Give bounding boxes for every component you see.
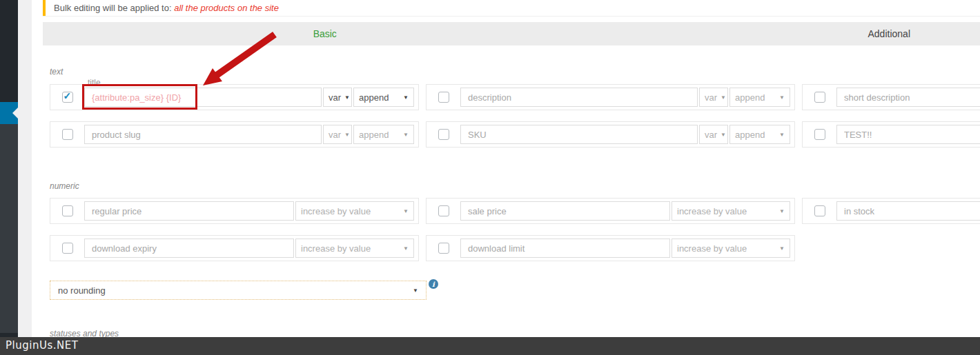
page: Bulk editing will be applied to: all the… bbox=[0, 0, 980, 355]
section-label-numeric: numeric bbox=[50, 181, 980, 191]
field-sku: var ▼ append ▼ bbox=[426, 121, 795, 148]
field-sale-price: increase by value ▼ bbox=[426, 198, 795, 224]
chevron-down-icon: ▼ bbox=[779, 132, 785, 138]
field-row: increase by value ▼ bbox=[50, 235, 419, 261]
field-download-limit: increase by value ▼ bbox=[426, 235, 795, 261]
chevron-down-icon: ▼ bbox=[721, 132, 726, 138]
chevron-down-icon: ▼ bbox=[779, 208, 785, 214]
field-row: var ▼ append ▼ bbox=[426, 84, 795, 110]
rounding-select[interactable]: no rounding ▼ bbox=[50, 281, 427, 300]
text-row-group-2: var ▼ append ▼ bbox=[50, 121, 980, 148]
regular-price-checkbox[interactable] bbox=[62, 205, 73, 216]
regular-price-mode-select[interactable]: increase by value ▼ bbox=[295, 201, 414, 221]
description-input[interactable] bbox=[460, 88, 698, 107]
field-description: var ▼ append ▼ bbox=[426, 84, 795, 110]
empty-cell bbox=[802, 235, 980, 261]
watermark-text: PluginUs.NET bbox=[6, 339, 78, 352]
chevron-down-icon: ▼ bbox=[403, 208, 409, 214]
watermark-bar: PluginUs.NET bbox=[0, 337, 980, 355]
info-icon[interactable]: i bbox=[429, 279, 438, 289]
field-row: var ▼ append ▼ bbox=[802, 121, 980, 148]
chevron-down-icon: ▼ bbox=[779, 245, 785, 252]
chevron-down-icon: ▼ bbox=[721, 94, 726, 101]
notice-scope-text: all the products on the site bbox=[174, 3, 279, 13]
title-input[interactable] bbox=[84, 88, 322, 107]
download-limit-checkbox[interactable] bbox=[438, 243, 449, 254]
field-row: increase by value ▼ bbox=[50, 198, 419, 224]
field-row: increase by value ▼ bbox=[802, 198, 980, 224]
sale-price-input[interactable] bbox=[460, 201, 670, 221]
field-row: ✓ var ▼ append ▼ bbox=[50, 84, 419, 110]
chevron-down-icon: ▼ bbox=[403, 132, 409, 138]
test-input[interactable] bbox=[836, 125, 980, 144]
field-title: title ✓ var ▼ append ▼ bbox=[50, 84, 419, 110]
product-slug-input[interactable] bbox=[84, 125, 322, 144]
field-row: var ▼ append ▼ bbox=[50, 121, 419, 148]
sale-price-mode-select[interactable]: increase by value ▼ bbox=[672, 201, 790, 221]
admin-sidebar bbox=[0, 0, 18, 355]
short-description-input[interactable] bbox=[836, 88, 980, 107]
main-content: Bulk editing will be applied to: all the… bbox=[32, 0, 980, 355]
download-expiry-checkbox[interactable] bbox=[62, 243, 73, 254]
bulk-edit-notice: Bulk editing will be applied to: all the… bbox=[43, 0, 980, 16]
numeric-row-group-2: increase by value ▼ increase by value ▼ bbox=[50, 235, 980, 261]
short-description-checkbox[interactable] bbox=[814, 92, 825, 103]
field-test: var ▼ append ▼ bbox=[802, 121, 980, 148]
chevron-down-icon: ▼ bbox=[344, 132, 350, 138]
sidebar-active-item[interactable] bbox=[0, 102, 18, 124]
sidebar-top-section bbox=[0, 0, 18, 102]
sale-price-checkbox[interactable] bbox=[438, 205, 449, 216]
numeric-row-group-1: increase by value ▼ increase by value ▼ bbox=[50, 198, 980, 224]
in-stock-checkbox[interactable] bbox=[814, 205, 825, 216]
sku-checkbox[interactable] bbox=[438, 129, 449, 140]
description-mode-select[interactable]: append ▼ bbox=[729, 88, 790, 107]
field-regular-price: increase by value ▼ bbox=[50, 198, 419, 224]
checkmark-icon: ✓ bbox=[63, 90, 72, 101]
sku-mode-select[interactable]: append ▼ bbox=[729, 125, 790, 144]
section-label-text: text bbox=[50, 67, 980, 77]
rounding-control: no rounding ▼ i bbox=[50, 281, 427, 300]
field-row: increase by value ▼ bbox=[426, 198, 795, 224]
tab-additional[interactable]: Additional bbox=[607, 22, 980, 45]
title-float-label: title bbox=[88, 78, 101, 88]
field-short-description: var ▼ append ▼ bbox=[802, 84, 980, 110]
test-checkbox[interactable] bbox=[814, 129, 825, 140]
product-slug-var-select[interactable]: var ▼ bbox=[323, 125, 352, 144]
download-limit-input[interactable] bbox=[460, 239, 670, 258]
bulk-edit-form: text title ✓ var ▼ appe bbox=[50, 67, 980, 338]
download-limit-mode-select[interactable]: increase by value ▼ bbox=[672, 239, 790, 258]
field-row: increase by value ▼ bbox=[426, 235, 795, 261]
chevron-down-icon: ▼ bbox=[413, 287, 418, 294]
sku-input[interactable] bbox=[460, 125, 698, 144]
notice-text: Bulk editing will be applied to: bbox=[54, 3, 174, 13]
field-row: var ▼ append ▼ bbox=[802, 84, 980, 110]
description-var-select[interactable]: var ▼ bbox=[699, 88, 728, 107]
sku-var-select[interactable]: var ▼ bbox=[699, 125, 728, 144]
field-in-stock: increase by value ▼ bbox=[802, 198, 980, 224]
product-slug-mode-select[interactable]: append ▼ bbox=[353, 125, 414, 144]
description-checkbox[interactable] bbox=[438, 92, 449, 103]
title-var-select[interactable]: var ▼ bbox=[323, 88, 352, 107]
product-slug-checkbox[interactable] bbox=[62, 129, 73, 140]
chevron-down-icon: ▼ bbox=[403, 245, 409, 252]
text-row-group-1: title ✓ var ▼ append ▼ bbox=[50, 84, 980, 110]
title-mode-select[interactable]: append ▼ bbox=[353, 88, 414, 107]
field-product-slug: var ▼ append ▼ bbox=[50, 121, 419, 148]
chevron-down-icon: ▼ bbox=[403, 94, 409, 101]
chevron-down-icon: ▼ bbox=[344, 94, 350, 101]
regular-price-input[interactable] bbox=[84, 201, 294, 221]
download-expiry-input[interactable] bbox=[84, 239, 294, 258]
tab-basic[interactable]: Basic bbox=[43, 22, 607, 45]
field-download-expiry: increase by value ▼ bbox=[50, 235, 419, 261]
sidebar-bottom-section bbox=[0, 124, 18, 333]
in-stock-input[interactable] bbox=[836, 201, 980, 221]
download-expiry-mode-select[interactable]: increase by value ▼ bbox=[295, 239, 414, 258]
chevron-down-icon: ▼ bbox=[779, 94, 785, 101]
field-row: var ▼ append ▼ bbox=[426, 121, 795, 148]
tab-bar: Basic Additional bbox=[43, 22, 980, 45]
title-checkbox[interactable]: ✓ bbox=[62, 92, 73, 103]
